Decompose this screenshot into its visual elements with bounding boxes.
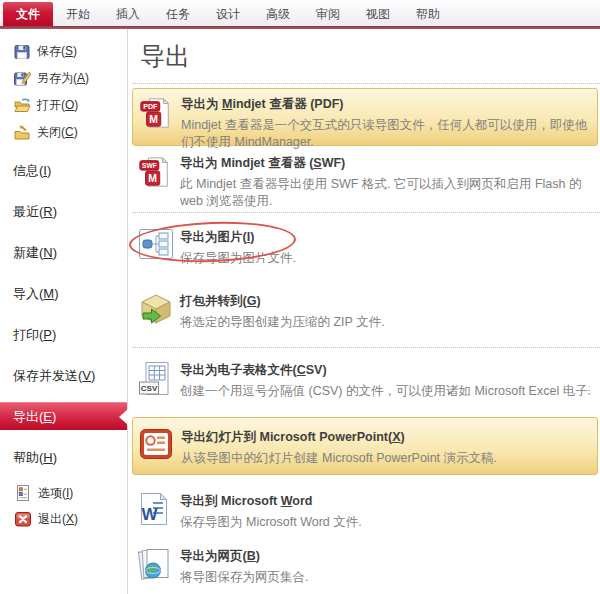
export-item-mindjet-viewer-swf[interactable]: SWFM 导出为 Mindjet 查看器 (SWF) 此 Mindjet 查看器… xyxy=(132,148,598,214)
export-item-title: 导出为 Mindjet 查看器 (SWF) xyxy=(180,155,590,172)
tab-file[interactable]: 文件 xyxy=(3,2,53,26)
export-image-icon xyxy=(138,227,180,267)
pack-and-go-icon xyxy=(138,291,180,331)
export-item-description: 保存导图为图片文件. xyxy=(180,250,590,267)
tab-advanced[interactable]: 高级 xyxy=(253,0,303,26)
word-icon: W xyxy=(138,491,180,531)
backstage-sidebar: 保存(S) 另存为(A) 打开(O) 关闭(C) 信息(I) xyxy=(0,29,128,594)
close-folder-icon xyxy=(13,124,31,142)
svg-text:M: M xyxy=(149,114,158,125)
export-item-title: 导出为电子表格文件(CSV) xyxy=(180,362,590,379)
sidebar-item-info[interactable]: 信息(I) xyxy=(0,150,127,191)
export-item-title: 导出到 Microsoft Word xyxy=(180,493,590,510)
svg-text:M: M xyxy=(148,173,157,184)
svg-text:CSV: CSV xyxy=(141,384,158,393)
export-item-description: 从该导图中的幻灯片创建 Microsoft PowerPoint 演示文稿. xyxy=(181,450,589,467)
export-item-title: 导出为网页(B) xyxy=(180,548,590,565)
export-item-title: 导出幻灯片到 Microsoft PowerPoint(X) xyxy=(181,429,589,446)
tab-insert[interactable]: 插入 xyxy=(103,0,153,26)
export-item-csv[interactable]: CSV 导出为电子表格文件(CSV) 创建一个用逗号分隔值 (CSV) 的文件，… xyxy=(132,355,598,405)
sidebar-item-help[interactable]: 帮助(H) xyxy=(0,437,127,478)
sidebar-item-save-and-send[interactable]: 保存并发送(V) xyxy=(0,355,127,396)
export-item-title: 导出为 Mindjet 查看器 (PDF) xyxy=(181,96,589,113)
mindmanager-backstage-window: 文件 开始 插入 任务 设计 高级 审阅 视图 帮助 保存(S) 另存为(A) xyxy=(0,0,600,594)
export-item-pack-and-go[interactable]: 打包并转到(G) 将选定的导图创建为压缩的 ZIP 文件. xyxy=(132,286,598,336)
sidebar-item-label: 关闭(C) xyxy=(37,124,78,141)
dotted-separator xyxy=(132,212,600,213)
tab-review[interactable]: 审阅 xyxy=(303,0,353,26)
sidebar-item-label: 保存(S) xyxy=(37,43,77,60)
export-item-mindjet-viewer-pdf[interactable]: PDFM 导出为 Mindjet 查看器 (PDF) Mindjet 查看器是一… xyxy=(132,88,598,146)
export-panel: 导出 PDFM 导出为 Mindjet 查看器 (PDF) Mindjet 查看… xyxy=(128,29,600,594)
sidebar-item-print[interactable]: 打印(P) xyxy=(0,314,127,355)
sidebar-item-exit[interactable]: 退出(X) xyxy=(0,506,127,532)
tab-view[interactable]: 视图 xyxy=(353,0,403,26)
page-title: 导出 xyxy=(140,40,190,73)
sidebar-item-label: 退出(X) xyxy=(38,511,78,528)
mindjet-pdf-viewer-icon: PDFM xyxy=(139,94,181,140)
export-item-description: 此 Mindjet 查看器导出使用 SWF 格式. 它可以插入到网页和启用 Fl… xyxy=(180,176,590,209)
export-item-description: 将导图保存为网页集合. xyxy=(180,569,590,586)
tab-task[interactable]: 任务 xyxy=(153,0,203,26)
sidebar-item-options[interactable]: 选项(I) xyxy=(0,480,127,506)
export-item-description: 保存导图为 Microsoft Word 文件. xyxy=(180,514,590,531)
export-item-title: 打包并转到(G) xyxy=(180,293,590,310)
sidebar-item-close[interactable]: 关闭(C) xyxy=(0,119,127,146)
export-item-word[interactable]: W 导出到 Microsoft Word 保存导图为 Microsoft Wor… xyxy=(132,486,598,536)
sidebar-item-export-selected[interactable]: 导出(E) xyxy=(0,402,127,430)
svg-text:W: W xyxy=(142,505,159,524)
webpage-icon xyxy=(138,546,180,586)
export-item-webpage[interactable]: 导出为网页(B) 将导图保存为网页集合. xyxy=(132,541,598,591)
save-as-icon xyxy=(13,70,31,88)
sidebar-item-label: 打开(O) xyxy=(37,97,78,114)
tab-home[interactable]: 开始 xyxy=(53,0,103,26)
options-icon xyxy=(14,484,32,502)
tab-help[interactable]: 帮助 xyxy=(403,0,453,26)
ribbon-tab-bar: 文件 开始 插入 任务 设计 高级 审阅 视图 帮助 xyxy=(0,0,600,26)
svg-text:SWF: SWF xyxy=(142,162,157,169)
sidebar-item-label: 选项(I) xyxy=(38,485,73,502)
save-icon xyxy=(13,43,31,61)
csv-spreadsheet-icon: CSV xyxy=(138,360,180,400)
powerpoint-icon xyxy=(139,427,181,469)
sidebar-item-recent[interactable]: 最近(R) xyxy=(0,191,127,232)
selected-item-arrow-notch xyxy=(119,409,128,425)
export-item-description: Mindjet 查看器是一个交互式的只读导图文件，任何人都可以使用，即使他们不使… xyxy=(181,117,589,150)
open-folder-icon xyxy=(13,97,31,115)
sidebar-item-new[interactable]: 新建(N) xyxy=(0,232,127,273)
dotted-separator xyxy=(132,83,600,84)
sidebar-item-save[interactable]: 保存(S) xyxy=(0,38,127,65)
mindjet-swf-viewer-icon: SWFM xyxy=(138,153,180,209)
exit-icon xyxy=(14,510,32,528)
export-item-description: 创建一个用逗号分隔值 (CSV) 的文件，可以使用诸如 Microsoft Ex… xyxy=(180,383,590,400)
sidebar-item-label: 另存为(A) xyxy=(37,70,89,87)
export-item-title: 导出为图片(I) xyxy=(180,229,590,246)
sidebar-item-save-as[interactable]: 另存为(A) xyxy=(0,65,127,92)
sidebar-item-open[interactable]: 打开(O) xyxy=(0,92,127,119)
export-item-image[interactable]: 导出为图片(I) 保存导图为图片文件. xyxy=(132,222,598,272)
sidebar-item-import[interactable]: 导入(M) xyxy=(0,273,127,314)
export-item-powerpoint[interactable]: 导出幻灯片到 Microsoft PowerPoint(X) 从该导图中的幻灯片… xyxy=(132,417,598,475)
svg-text:PDF: PDF xyxy=(143,103,158,111)
dotted-separator xyxy=(132,347,600,348)
tab-design[interactable]: 设计 xyxy=(203,0,253,26)
export-item-description: 将选定的导图创建为压缩的 ZIP 文件. xyxy=(180,314,590,331)
